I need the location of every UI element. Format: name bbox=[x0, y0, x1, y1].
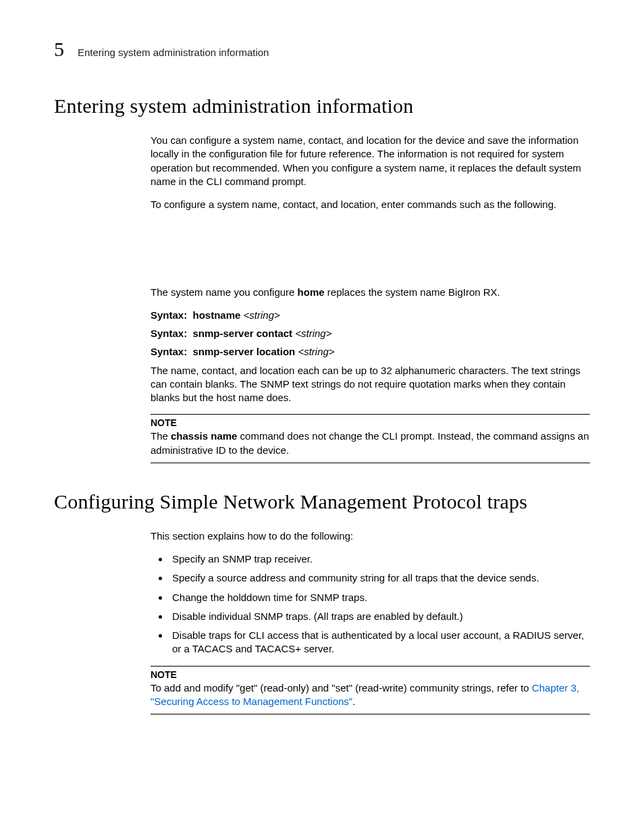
section1-para2: To configure a system name, contact, and… bbox=[151, 198, 590, 211]
section2-intro: This section explains how to do the foll… bbox=[151, 529, 590, 543]
section1-para1: You can configure a system name, contact… bbox=[151, 134, 590, 188]
note-box-chassis-name: NOTE The chassis name command does not c… bbox=[151, 414, 590, 463]
inline-bold-chassis-name: chassis name bbox=[171, 430, 237, 442]
syntax-arg: <string> bbox=[244, 309, 280, 321]
syntax-command: snmp-server contact bbox=[193, 328, 293, 339]
section-heading-entering-admin-info: Entering system administration informati… bbox=[54, 95, 590, 118]
note-text: The chassis name command does not change… bbox=[151, 429, 590, 457]
section2-bullet-list: Specify an SNMP trap receiver. Specify a… bbox=[151, 552, 590, 656]
list-item: Specify a source address and community s… bbox=[169, 571, 590, 585]
syntax-arg: <string> bbox=[298, 346, 334, 357]
note-label: NOTE bbox=[151, 669, 590, 680]
syntax-command: snmp-server location bbox=[193, 346, 296, 357]
syntax-label: Syntax: bbox=[151, 328, 187, 339]
syntax-arg: <string> bbox=[295, 328, 331, 339]
note-text: To add and modify "get" (read-only) and … bbox=[151, 681, 590, 709]
list-item: Change the holddown time for SNMP traps. bbox=[169, 591, 590, 604]
syntax-line-snmp-contact: Syntax: snmp-server contact <string> bbox=[151, 328, 590, 339]
running-header-title: Entering system administration informati… bbox=[78, 47, 269, 58]
list-item: Specify an SNMP trap receiver. bbox=[169, 552, 590, 566]
command-example-placeholder bbox=[151, 221, 590, 286]
page: 5 Entering system administration informa… bbox=[0, 0, 644, 755]
note-box-community-strings: NOTE To add and modify "get" (read-only)… bbox=[151, 666, 590, 715]
syntax-line-snmp-location: Syntax: snmp-server location <string> bbox=[151, 346, 590, 357]
section1-body: You can configure a system name, contact… bbox=[151, 134, 590, 463]
inline-bold-home: home bbox=[298, 286, 325, 298]
list-item: Disable traps for CLI access that is aut… bbox=[169, 629, 590, 656]
chapter-number: 5 bbox=[54, 38, 64, 61]
text-fragment: . bbox=[352, 696, 355, 707]
syntax-label: Syntax: bbox=[151, 346, 187, 357]
syntax-line-hostname: Syntax: hostname <string> bbox=[151, 309, 590, 321]
section1-para4: The name, contact, and location each can… bbox=[151, 364, 590, 405]
note-label: NOTE bbox=[151, 417, 590, 428]
list-item: Disable individual SNMP traps. (All trap… bbox=[169, 610, 590, 623]
text-fragment: replaces the system name BigIron RX. bbox=[325, 286, 500, 298]
section-heading-configuring-snmp-traps: Configuring Simple Network Management Pr… bbox=[54, 490, 590, 513]
section1-para3: The system name you configure home repla… bbox=[151, 286, 590, 299]
syntax-label: Syntax: bbox=[151, 309, 187, 321]
syntax-command: hostname bbox=[193, 309, 241, 321]
section2-body: This section explains how to do the foll… bbox=[151, 529, 590, 714]
text-fragment: The system name you configure bbox=[151, 286, 298, 298]
text-fragment: To add and modify "get" (read-only) and … bbox=[151, 682, 532, 694]
text-fragment: The bbox=[151, 430, 171, 442]
page-header: 5 Entering system administration informa… bbox=[54, 38, 590, 61]
